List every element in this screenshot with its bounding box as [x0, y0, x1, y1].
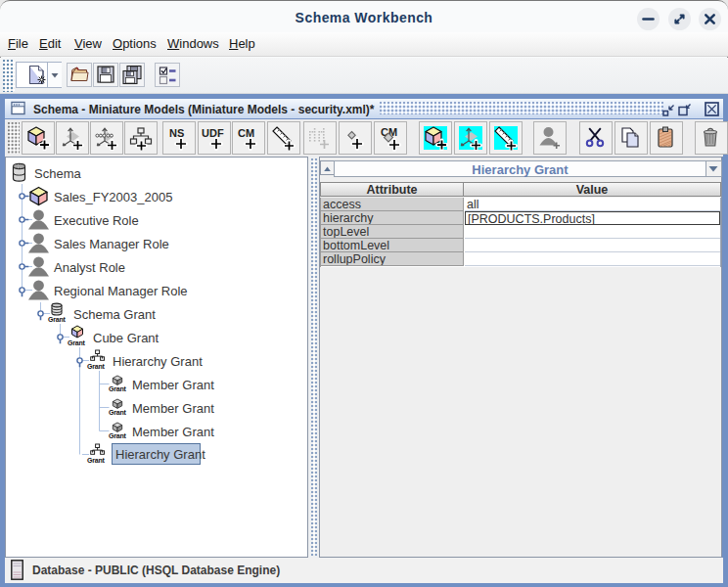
svg-text:CM: CM: [238, 127, 254, 139]
svg-text:UDF: UDF: [202, 127, 224, 139]
svg-text:NS: NS: [169, 127, 184, 139]
